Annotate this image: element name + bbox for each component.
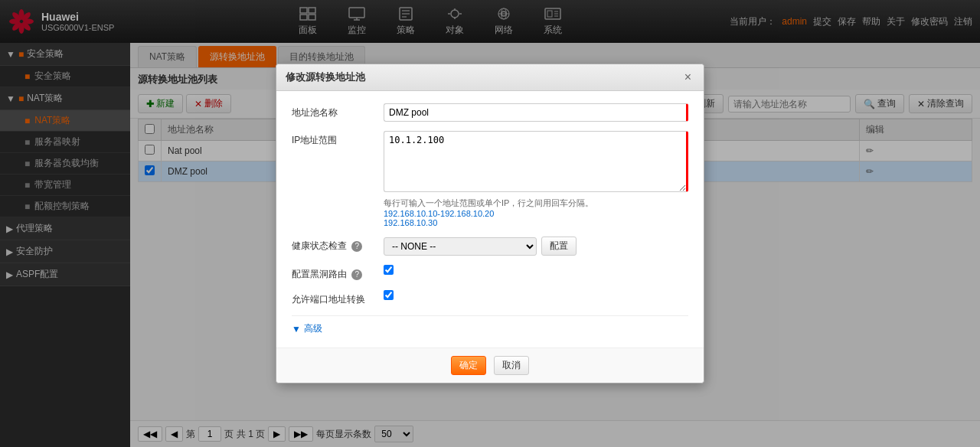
modal-edit-pool: 修改源转换地址池 × 地址池名称 IP地址范围 10.1.2.100 每行可输入… bbox=[276, 64, 704, 383]
advanced-collapse-icon: ▼ bbox=[292, 324, 301, 334]
port-conv-checkbox[interactable] bbox=[384, 290, 394, 300]
pool-name-label: 地址池名称 bbox=[292, 103, 384, 119]
health-check-control: -- NONE -- 配置 bbox=[384, 237, 688, 256]
advanced-label: 高级 bbox=[304, 322, 322, 335]
modal-header: 修改源转换地址池 × bbox=[276, 64, 704, 91]
ip-range-textarea[interactable]: 10.1.2.100 bbox=[384, 131, 688, 192]
cancel-button[interactable]: 取消 bbox=[494, 356, 529, 375]
form-row-ip-range: IP地址范围 10.1.2.100 每行可输入一个地址范围或单个IP，行之间用回… bbox=[292, 131, 688, 227]
ip-range-hint: 每行可输入一个地址范围或单个IP，行之间用回车分隔。 192.168.10.10… bbox=[384, 197, 688, 227]
port-conv-control bbox=[384, 290, 688, 302]
advanced-toggle[interactable]: ▼ 高级 bbox=[292, 322, 688, 335]
modal-overlay: 修改源转换地址池 × 地址池名称 IP地址范围 10.1.2.100 每行可输入… bbox=[0, 0, 980, 447]
ip-hint-line1: 每行可输入一个地址范围或单个IP，行之间用回车分隔。 bbox=[384, 198, 593, 207]
ip-hint-line3: 192.168.10.30 bbox=[384, 218, 437, 227]
advanced-section: ▼ 高级 bbox=[292, 315, 688, 335]
confirm-button[interactable]: 确定 bbox=[451, 356, 486, 375]
modal-footer: 确定 取消 bbox=[276, 347, 704, 383]
confirm-label: 确定 bbox=[459, 359, 478, 372]
modal-close-button[interactable]: × bbox=[681, 71, 694, 83]
config-label: 配置 bbox=[550, 240, 568, 253]
ip-range-control: 10.1.2.100 每行可输入一个地址范围或单个IP，行之间用回车分隔。 19… bbox=[384, 131, 688, 227]
black-hole-control bbox=[384, 265, 688, 277]
black-hole-checkbox[interactable] bbox=[384, 265, 394, 275]
pool-name-input[interactable] bbox=[384, 103, 688, 122]
health-check-tooltip-icon: ? bbox=[351, 241, 362, 252]
black-hole-label: 配置黑洞路由 ? bbox=[292, 265, 384, 281]
modal-title: 修改源转换地址池 bbox=[286, 70, 365, 84]
pool-name-control bbox=[384, 103, 688, 122]
health-check-select[interactable]: -- NONE -- bbox=[384, 237, 537, 256]
cancel-label: 取消 bbox=[502, 359, 521, 372]
form-row-pool-name: 地址池名称 bbox=[292, 103, 688, 122]
form-row-port-conv: 允许端口地址转换 bbox=[292, 290, 688, 306]
health-check-config-button[interactable]: 配置 bbox=[541, 237, 577, 256]
modal-body: 地址池名称 IP地址范围 10.1.2.100 每行可输入一个地址范围或单个IP… bbox=[276, 91, 704, 347]
ip-range-label: IP地址范围 bbox=[292, 131, 384, 147]
black-hole-tooltip-icon: ? bbox=[351, 269, 362, 280]
health-check-label: 健康状态检查 ? bbox=[292, 237, 384, 253]
port-conv-label: 允许端口地址转换 bbox=[292, 290, 384, 306]
form-row-health-check: 健康状态检查 ? -- NONE -- 配置 bbox=[292, 237, 688, 256]
form-row-black-hole: 配置黑洞路由 ? bbox=[292, 265, 688, 281]
health-check-select-row: -- NONE -- 配置 bbox=[384, 237, 688, 256]
ip-hint-line2: 192.168.10.10-192.168.10.20 bbox=[384, 209, 494, 218]
